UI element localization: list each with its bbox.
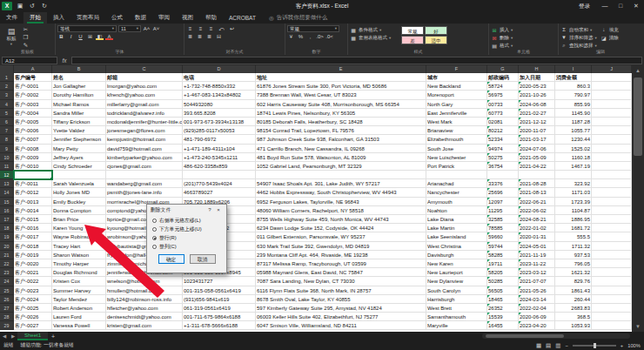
- cell-B27[interactable]: Robert Anderson: [52, 304, 106, 313]
- row-header[interactable]: 29: [0, 321, 14, 330]
- cell-D28[interactable]: 001-711-675-9864x6188: [183, 313, 256, 321]
- cell-J1[interactable]: [592, 73, 632, 82]
- cell-G20[interactable]: 59744: [487, 242, 519, 251]
- shrink-font-icon[interactable]: A˅: [152, 25, 160, 32]
- cell-F11[interactable]: Port Patrick: [426, 162, 487, 171]
- italic-button[interactable]: I: [67, 33, 75, 40]
- cell-J3[interactable]: [592, 91, 632, 99]
- cell-C13[interactable]: wandaberg@gmail.com: [106, 179, 183, 188]
- cell-B10[interactable]: Jeffrey Ayers: [52, 153, 106, 162]
- delete-option[interactable]: 整列(C): [152, 242, 221, 251]
- align-center-icon[interactable]: ≣: [196, 33, 204, 40]
- cell-G10[interactable]: 50275: [487, 153, 519, 162]
- cut-icon[interactable]: ✂: [21, 26, 30, 33]
- cell-B4[interactable]: Michael Ramos: [52, 100, 106, 109]
- cell-B16[interactable]: Donna Compton: [52, 206, 106, 215]
- cell-H1[interactable]: 加入日期: [519, 73, 555, 82]
- column-header-C[interactable]: C: [106, 65, 183, 73]
- cell-F22[interactable]: New Karen: [426, 259, 487, 268]
- cell-G27[interactable]: 26352: [487, 304, 519, 313]
- cell-F8[interactable]: Elizabethmouth: [426, 135, 487, 144]
- underline-button[interactable]: U: [77, 33, 84, 40]
- row-header[interactable]: 18: [0, 224, 14, 232]
- cell-F24[interactable]: New Dylanview: [426, 277, 487, 286]
- cell-A4[interactable]: 客户-0003: [14, 100, 52, 109]
- fill-button[interactable]: ↓ 填充: [600, 26, 619, 33]
- fill-handle[interactable]: [50, 177, 52, 179]
- align-middle-icon[interactable]: ≡: [197, 25, 205, 32]
- cell-A14[interactable]: 客户-0012: [14, 188, 52, 197]
- cell-C11[interactable]: cjones@gmail.com: [106, 162, 183, 171]
- ribbon-tab-页面布局[interactable]: 页面布局: [70, 12, 105, 24]
- cell-F25[interactable]: South Carolyn: [426, 286, 487, 295]
- sheet-tab-sheet1[interactable]: Sheet1: [17, 332, 48, 340]
- align-bottom-icon[interactable]: ≡: [207, 25, 215, 32]
- cell-J6[interactable]: [592, 118, 632, 126]
- cell-J28[interactable]: [592, 313, 632, 321]
- vertical-scrollbar[interactable]: ▲ ▼: [632, 65, 644, 332]
- row-header[interactable]: 10: [0, 153, 14, 162]
- cell-I19[interactable]: 555.5: [555, 232, 592, 241]
- cell-F16[interactable]: Noahton: [426, 206, 487, 215]
- cell-G21[interactable]: 58285: [487, 251, 519, 259]
- zoom-in-icon[interactable]: +: [621, 343, 623, 348]
- cell-J22[interactable]: [592, 259, 632, 268]
- cell-H14[interactable]: 2021-08-13: [519, 188, 555, 197]
- cell-I18[interactable]: 1681.72: [555, 224, 592, 232]
- cell-A18[interactable]: 客户-0016: [14, 224, 52, 232]
- cell-E15[interactable]: 6952 Ferguson Lakes, Taylorville, NE 968…: [256, 198, 426, 206]
- cell-A11[interactable]: 客户-0010: [14, 162, 52, 171]
- cell-A12[interactable]: [14, 171, 52, 179]
- cell-H8[interactable]: 2021-03-17: [519, 135, 555, 144]
- cell-F17[interactable]: Lake Diana: [426, 215, 487, 224]
- row-header[interactable]: 7: [0, 126, 14, 135]
- cell-A2[interactable]: 客户-0001: [14, 82, 52, 91]
- format-cells-button[interactable]: ▤ 格式▾: [491, 42, 513, 49]
- cell-G2[interactable]: 58724: [487, 82, 519, 91]
- cell-C3[interactable]: kfrench@yahoo.com: [106, 91, 183, 99]
- cell-H3[interactable]: 2021-10-26: [519, 91, 555, 99]
- decrease-decimal-icon[interactable]: .0˂: [325, 33, 333, 40]
- cell-B3[interactable]: Dorothy Hamilton: [52, 91, 106, 99]
- undo-icon[interactable]: ↺: [26, 3, 38, 10]
- cell-D2[interactable]: +1-732-748-8850x332: [183, 82, 256, 91]
- save-icon[interactable]: ▣: [14, 3, 26, 10]
- cell-F2[interactable]: New Backland: [426, 82, 487, 91]
- cell-B25[interactable]: Summer Harvey: [52, 286, 106, 295]
- cell-C29[interactable]: kristen@gmail.com: [106, 321, 183, 330]
- cell-J19[interactable]: [592, 232, 632, 241]
- cell-F26[interactable]: Harrisburgh: [426, 295, 487, 304]
- cell-D10[interactable]: +1-473-240-5345x1211: [183, 153, 256, 162]
- cell-A29[interactable]: 客户-0027: [14, 321, 52, 330]
- row-header[interactable]: 2: [0, 82, 14, 91]
- cell-I24[interactable]: 829.76: [555, 277, 592, 286]
- insert-cells-button[interactable]: ⊞ 插入▾: [491, 26, 513, 33]
- cell-E5[interactable]: 18741 Lewis Pines, Nelsonbury, KY 56305: [256, 109, 426, 118]
- cell-G9[interactable]: 94974: [487, 145, 519, 153]
- normal-view-icon[interactable]: ▦: [536, 342, 541, 349]
- cell-E24[interactable]: 7087 Sara Landing, New Dylan, CT 73030: [256, 277, 426, 286]
- cell-J7[interactable]: [592, 126, 632, 135]
- ribbon-tab-插入[interactable]: 插入: [47, 12, 70, 24]
- scroll-down-icon[interactable]: ▼: [632, 321, 644, 332]
- cell-D14[interactable]: 4663789027: [183, 188, 256, 197]
- cell-F6[interactable]: West Mark: [426, 118, 487, 126]
- cell-I14[interactable]: 1171.03: [555, 188, 592, 197]
- ribbon-tab-文件[interactable]: 文件: [0, 12, 23, 24]
- cell-E28[interactable]: 06003 Keller Hills Suite 402, Elizabethf…: [256, 313, 426, 321]
- cell-A24[interactable]: 客户-0022: [14, 277, 52, 286]
- cell-style-chip[interactable]: 好: [425, 26, 447, 35]
- cell-I9[interactable]: 1525.02: [555, 145, 592, 153]
- cell-B6[interactable]: Tiffany Erickson: [52, 118, 106, 126]
- cell-G16[interactable]: 11295: [487, 206, 519, 215]
- cell-D5[interactable]: 393.665.8208: [183, 109, 256, 118]
- ribbon-tab-开始[interactable]: 开始: [23, 12, 47, 24]
- orientation-icon[interactable]: ⤺: [218, 25, 225, 32]
- cell-J23[interactable]: [592, 268, 632, 277]
- cell-H21[interactable]: 2021-11-19: [519, 251, 555, 259]
- cell-D12[interactable]: [183, 171, 256, 179]
- cell-I11[interactable]: 1467.19: [555, 162, 592, 171]
- cell-H12[interactable]: [519, 171, 555, 179]
- ribbon-tab-帮助[interactable]: 帮助: [199, 12, 223, 24]
- cell-C4[interactable]: millerlarry@gmail.com: [106, 100, 183, 109]
